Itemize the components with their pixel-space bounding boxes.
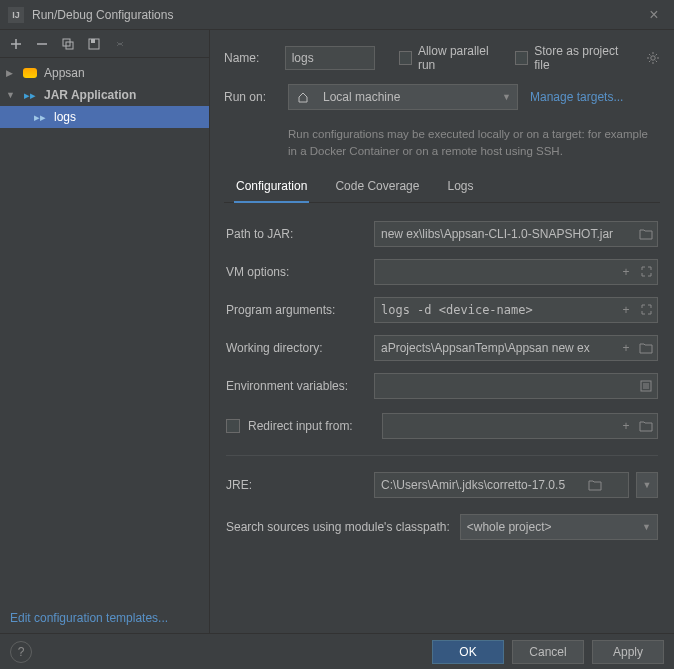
- edit-templates-link[interactable]: Edit configuration templates...: [10, 611, 168, 625]
- add-icon[interactable]: [8, 36, 24, 52]
- browse-folder-icon[interactable]: [638, 418, 654, 434]
- insert-macro-icon[interactable]: +: [618, 340, 634, 356]
- browse-folder-icon[interactable]: [638, 226, 654, 242]
- tree-toolbar: [0, 30, 209, 58]
- expand-icon[interactable]: [638, 264, 654, 280]
- wd-input[interactable]: [374, 335, 658, 361]
- chevron-right-icon[interactable]: ▶: [6, 68, 18, 78]
- runon-combo[interactable]: Local machine ▼: [288, 84, 518, 110]
- tree-item-appsan[interactable]: ▶ Appsan: [0, 62, 209, 84]
- move-icon: [112, 36, 128, 52]
- jar-input[interactable]: [374, 221, 658, 247]
- expand-icon[interactable]: [638, 302, 654, 318]
- jar-icon: ▸▸: [22, 87, 38, 103]
- name-input[interactable]: [285, 46, 375, 70]
- parallel-label: Allow parallel run: [418, 44, 503, 72]
- jar-label: Path to JAR:: [226, 227, 366, 241]
- titlebar: IJ Run/Debug Configurations ×: [0, 0, 674, 30]
- runon-hint: Run configurations may be executed local…: [288, 126, 660, 161]
- window-title: Run/Debug Configurations: [32, 8, 642, 22]
- search-sources-value: <whole project>: [467, 520, 636, 534]
- separator: [226, 455, 658, 456]
- tab-logs[interactable]: Logs: [445, 173, 475, 202]
- cloud-icon: [22, 65, 38, 81]
- close-icon[interactable]: ×: [642, 3, 666, 27]
- search-sources-combo[interactable]: <whole project> ▼: [460, 514, 658, 540]
- help-icon[interactable]: ?: [10, 641, 32, 663]
- redirect-label: Redirect input from:: [248, 419, 374, 433]
- checkbox-icon[interactable]: [399, 51, 412, 65]
- jre-label: JRE:: [226, 478, 366, 492]
- insert-macro-icon[interactable]: +: [618, 418, 634, 434]
- store-label: Store as project file: [534, 44, 630, 72]
- env-input[interactable]: [374, 373, 658, 399]
- config-tree: ▶ Appsan ▼ ▸▸ JAR Application ▸▸ logs: [0, 58, 209, 603]
- svg-point-4: [651, 56, 655, 60]
- vm-input[interactable]: [374, 259, 658, 285]
- store-project-checkbox[interactable]: Store as project file: [515, 44, 630, 72]
- list-icon[interactable]: [638, 378, 654, 394]
- app-icon: IJ: [8, 7, 24, 23]
- bottom-bar: ? OK Cancel Apply: [0, 633, 674, 669]
- gear-icon[interactable]: [646, 51, 660, 65]
- chevron-down-icon: ▼: [642, 522, 651, 532]
- args-label: Program arguments:: [226, 303, 366, 317]
- chevron-down-icon[interactable]: ▼: [6, 90, 18, 100]
- config-body: Path to JAR: VM options: +: [224, 221, 660, 540]
- chevron-down-icon: ▼: [502, 92, 511, 102]
- browse-folder-icon[interactable]: [587, 477, 603, 493]
- manage-targets-link[interactable]: Manage targets...: [530, 90, 623, 104]
- runon-value: Local machine: [323, 90, 496, 104]
- tree-label: Appsan: [44, 66, 85, 80]
- copy-icon[interactable]: [60, 36, 76, 52]
- apply-button[interactable]: Apply: [592, 640, 664, 664]
- runon-label: Run on:: [224, 90, 276, 104]
- home-icon: [295, 89, 311, 105]
- tabs-bar: Configuration Code Coverage Logs: [224, 173, 660, 203]
- allow-parallel-checkbox[interactable]: Allow parallel run: [399, 44, 503, 72]
- redirect-checkbox[interactable]: [226, 419, 240, 433]
- browse-folder-icon[interactable]: [638, 340, 654, 356]
- insert-macro-icon[interactable]: +: [618, 302, 634, 318]
- right-panel: Name: Allow parallel run Store as projec…: [210, 30, 674, 633]
- tree-label: JAR Application: [44, 88, 136, 102]
- tab-code-coverage[interactable]: Code Coverage: [333, 173, 421, 202]
- tree-item-logs[interactable]: ▸▸ logs: [0, 106, 209, 128]
- args-input[interactable]: [374, 297, 658, 323]
- wd-label: Working directory:: [226, 341, 366, 355]
- search-sources-label: Search sources using module's classpath:: [226, 520, 450, 534]
- redirect-input[interactable]: [382, 413, 658, 439]
- save-icon[interactable]: [86, 36, 102, 52]
- left-panel: ▶ Appsan ▼ ▸▸ JAR Application ▸▸ logs Ed…: [0, 30, 210, 633]
- vm-label: VM options:: [226, 265, 366, 279]
- insert-macro-icon[interactable]: +: [618, 264, 634, 280]
- tree-item-jar-application[interactable]: ▼ ▸▸ JAR Application: [0, 84, 209, 106]
- svg-rect-3: [91, 39, 95, 43]
- env-label: Environment variables:: [226, 379, 366, 393]
- tab-configuration[interactable]: Configuration: [234, 173, 309, 203]
- ok-button[interactable]: OK: [432, 640, 504, 664]
- jre-dropdown-button[interactable]: ▼: [636, 472, 658, 498]
- remove-icon[interactable]: [34, 36, 50, 52]
- jar-icon: ▸▸: [32, 109, 48, 125]
- checkbox-icon[interactable]: [515, 51, 528, 65]
- cancel-button[interactable]: Cancel: [512, 640, 584, 664]
- name-label: Name:: [224, 51, 273, 65]
- tree-label: logs: [54, 110, 76, 124]
